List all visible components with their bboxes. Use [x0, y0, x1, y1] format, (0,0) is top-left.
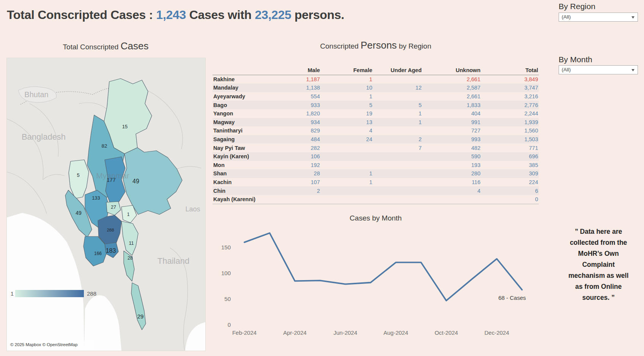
value-cell[interactable]: 1,138	[279, 83, 321, 92]
value-cell[interactable]: 3,849	[481, 75, 539, 83]
value-cell[interactable]: 193	[422, 161, 481, 170]
region-cases-label: 288	[107, 228, 114, 232]
value-cell[interactable]	[373, 126, 422, 135]
value-cell[interactable]	[321, 152, 373, 161]
value-cell[interactable]: 1	[321, 178, 373, 187]
value-cell[interactable]: 484	[279, 135, 321, 144]
value-cell[interactable]: 3,216	[481, 92, 539, 101]
value-cell[interactable]: 19	[321, 109, 373, 118]
value-cell[interactable]	[422, 195, 481, 204]
value-cell[interactable]: 6	[481, 186, 539, 195]
value-cell[interactable]: 1	[321, 169, 373, 178]
value-cell[interactable]: 224	[481, 178, 539, 187]
value-cell[interactable]: 554	[279, 92, 321, 101]
value-cell[interactable]: 2,587	[422, 83, 481, 92]
table-row[interactable]: Sagaing4842429931,503	[213, 135, 539, 144]
female-column-header: Female	[321, 66, 373, 75]
value-cell[interactable]: 1,187	[279, 75, 321, 83]
value-cell[interactable]: 991	[422, 118, 481, 127]
value-cell[interactable]: 5	[321, 101, 373, 109]
table-row[interactable]: Chin246	[213, 186, 539, 195]
value-cell[interactable]	[321, 161, 373, 170]
by-month-dropdown-value: (All)	[562, 66, 571, 74]
by-month-dropdown[interactable]: (All)	[559, 65, 638, 74]
value-cell[interactable]	[373, 152, 422, 161]
value-cell[interactable]: 24	[321, 135, 373, 144]
value-cell[interactable]: 2	[373, 135, 422, 144]
value-cell[interactable]: 2,776	[481, 101, 539, 109]
value-cell[interactable]: 28	[279, 169, 321, 178]
myanmar-choropleth-map[interactable]: 158254917713349271288166183112829 Bhutan…	[7, 58, 205, 351]
value-cell[interactable]: 934	[279, 118, 321, 127]
table-row[interactable]: Rakhine1,18712,6613,849	[213, 75, 539, 83]
value-cell[interactable]: 1	[373, 109, 422, 118]
value-cell[interactable]: 1	[321, 92, 373, 101]
value-cell[interactable]: 107	[279, 178, 321, 187]
value-cell[interactable]: 12	[373, 83, 422, 92]
value-cell[interactable]: 590	[422, 152, 481, 161]
value-cell[interactable]	[373, 169, 422, 178]
value-cell[interactable]	[373, 161, 422, 170]
table-row[interactable]: Kayah (Karenni)0	[213, 195, 539, 204]
value-cell[interactable]	[321, 186, 373, 195]
value-cell[interactable]: 727	[422, 126, 481, 135]
value-cell[interactable]: 5	[373, 101, 422, 109]
value-cell[interactable]: 4	[321, 126, 373, 135]
value-cell[interactable]	[373, 92, 422, 101]
value-cell[interactable]: 2	[279, 186, 321, 195]
value-cell[interactable]: 993	[422, 135, 481, 144]
table-row[interactable]: Yangon1,8201914042,244	[213, 109, 539, 118]
table-row[interactable]: Tanintharyi82947271,560	[213, 126, 539, 135]
value-cell[interactable]: 3,747	[481, 83, 539, 92]
value-cell[interactable]: 7	[373, 143, 422, 152]
value-cell[interactable]: 404	[422, 109, 481, 118]
value-cell[interactable]: 2,661	[422, 92, 481, 101]
value-cell[interactable]	[373, 75, 422, 83]
table-row[interactable]: Magway9341319911,939	[213, 118, 539, 127]
value-cell[interactable]	[321, 143, 373, 152]
value-cell[interactable]	[279, 195, 321, 204]
value-cell[interactable]: 2,244	[481, 109, 539, 118]
value-cell[interactable]: 482	[422, 143, 481, 152]
table-row[interactable]: Bago933551,8332,776	[213, 101, 539, 109]
by-region-dropdown[interactable]: (All)	[559, 13, 638, 22]
value-cell[interactable]: 106	[279, 152, 321, 161]
value-cell[interactable]: 1,560	[481, 126, 539, 135]
table-row[interactable]: Kachin1071116224	[213, 178, 539, 187]
persons-by-region-table[interactable]: Male Female Under Aged Unknown Total Rak…	[213, 66, 539, 204]
value-cell[interactable]: 309	[481, 169, 539, 178]
value-cell[interactable]: 0	[481, 195, 539, 204]
value-cell[interactable]: 1	[373, 118, 422, 127]
value-cell[interactable]: 829	[279, 126, 321, 135]
cases-line-series[interactable]	[244, 233, 522, 301]
value-cell[interactable]: 1,939	[481, 118, 539, 127]
cases-by-month-chart[interactable]: 050100150Feb-2024Apr-2024Jun-2024Aug-202…	[213, 213, 539, 339]
table-row[interactable]: Kayin (Karen)106590696	[213, 152, 539, 161]
value-cell[interactable]: 4	[422, 186, 481, 195]
value-cell[interactable]: 282	[279, 143, 321, 152]
value-cell[interactable]: 696	[481, 152, 539, 161]
table-row[interactable]: Nay Pyi Taw2827482771	[213, 143, 539, 152]
value-cell[interactable]: 1	[321, 75, 373, 83]
value-cell[interactable]	[373, 195, 422, 204]
attribution-text[interactable]: © 2025 Mapbox © OpenStreetMap	[10, 342, 77, 347]
value-cell[interactable]	[373, 186, 422, 195]
value-cell[interactable]: 1,820	[279, 109, 321, 118]
table-row[interactable]: Mandalay1,13810122,5873,747	[213, 83, 539, 92]
value-cell[interactable]	[373, 178, 422, 187]
table-row[interactable]: Mon192193385	[213, 161, 539, 170]
value-cell[interactable]: 1,833	[422, 101, 481, 109]
value-cell[interactable]: 192	[279, 161, 321, 170]
value-cell[interactable]: 280	[422, 169, 481, 178]
value-cell[interactable]: 933	[279, 101, 321, 109]
value-cell[interactable]: 385	[481, 161, 539, 170]
value-cell[interactable]: 10	[321, 83, 373, 92]
value-cell[interactable]	[321, 195, 373, 204]
value-cell[interactable]: 116	[422, 178, 481, 187]
value-cell[interactable]: 2,661	[422, 75, 481, 83]
table-row[interactable]: Ayeyarwady55412,6613,216	[213, 92, 539, 101]
value-cell[interactable]: 1,503	[481, 135, 539, 144]
value-cell[interactable]: 13	[321, 118, 373, 127]
value-cell[interactable]: 771	[481, 143, 539, 152]
table-row[interactable]: Shan281280309	[213, 169, 539, 178]
